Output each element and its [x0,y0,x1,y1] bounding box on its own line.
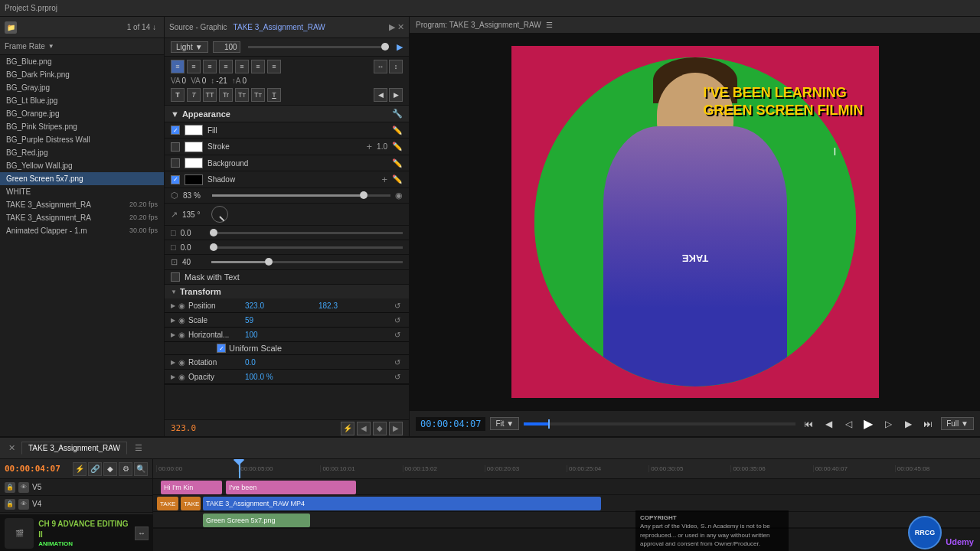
list-item[interactable]: BG_Pink Stripes.png [0,120,164,133]
add-keyframe-btn[interactable]: ◆ [373,422,387,435]
opacity-transform-val[interactable]: 100.0 % [245,373,389,381]
next-keyframe-btn[interactable]: ▶ [389,422,403,435]
horizontal-val[interactable]: 100 [245,331,389,339]
timeline-timecode-left[interactable]: 00:00:04:07 [5,464,60,474]
fill-color-swatch[interactable] [185,125,203,135]
list-item[interactable]: TAKE 3_Assignment_RA20.20 fps [0,198,164,211]
rotation-reset-btn[interactable]: ↺ [392,357,403,367]
list-item[interactable]: BG_Dark Pink.png [0,68,164,81]
eye-icon-v5[interactable]: 👁 [18,482,29,493]
align-last2-btn[interactable]: ≡ [267,60,281,73]
smallcaps-btn[interactable]: Tr [219,88,233,102]
shadow-pencil-icon[interactable]: ✏️ [392,174,403,184]
lock-icon-v4[interactable]: 🔒 [5,499,15,510]
position-keyframe-icon[interactable]: ◉ [178,302,185,310]
play-btn[interactable]: ▶ [860,416,877,432]
add-marker-btn[interactable]: ◆ [103,462,117,476]
list-item-selected[interactable]: Green Screen 5x7.png [0,172,164,185]
stroke-pencil-icon[interactable]: ✏️ [392,142,403,152]
opacity-input[interactable] [213,41,240,53]
fill-pencil-icon[interactable]: ✏️ [392,126,403,135]
mask-checkbox[interactable] [171,272,180,282]
list-item[interactable]: BG_Blue.png [0,55,164,68]
clip-take-short[interactable]: TAKE [157,497,178,510]
timeline-playhead[interactable] [239,459,240,478]
subscript-btn[interactable]: TT [251,88,265,102]
program-menu-icon[interactable]: ☰ [546,21,553,29]
size-value[interactable]: 40 [182,258,207,266]
angle-value[interactable]: 135 ° [182,210,207,219]
blur-slider[interactable] [212,194,390,197]
position-y-val[interactable]: 182.3 [318,302,389,310]
uniform-scale-checkbox[interactable] [217,344,226,353]
underline-btn[interactable]: T [267,88,281,102]
appearance-header[interactable]: ▼ Appearance 🔧 [165,106,409,122]
opacity-keyframe-icon[interactable]: ◉ [178,373,185,381]
italic-btn[interactable]: T [187,88,201,102]
stroke-plus-icon[interactable]: + [367,141,373,152]
lock-icon-v5[interactable]: 🔒 [5,482,15,493]
scale-keyframe-icon[interactable]: ◉ [178,316,185,324]
blur-value[interactable]: 83 % [183,191,207,200]
prev-frame-btn[interactable]: ◁ [840,416,857,432]
scale-reset-btn[interactable]: ↺ [392,315,403,325]
bold-btn[interactable]: T [171,88,185,102]
next-frame-btn[interactable]: ▷ [880,416,897,432]
text-dir2-btn[interactable]: ↕ [389,60,403,73]
align-justify2-btn[interactable]: ≡ [235,60,249,73]
wrench-icon[interactable]: 🔧 [392,109,403,119]
rotation-val[interactable]: 0.0 [245,358,389,367]
resize-handle[interactable]: ↔ [135,527,149,540]
filter-icon[interactable]: ⚡ [341,422,354,435]
position-reset-btn[interactable]: ↺ [392,300,403,311]
align-center-btn[interactable]: ≡ [187,60,201,73]
list-item[interactable]: TAKE 3_Assignment_RA20.20 fps [0,211,164,224]
list-item[interactable]: BG_Orange.jpg [0,107,164,120]
go-to-out-btn[interactable]: ⏭ [920,416,936,432]
opacity-slider[interactable] [248,46,389,48]
background-checkbox[interactable] [171,158,180,168]
frame-rate-bar[interactable]: Frame Rate ▼ [0,38,164,55]
list-item[interactable]: BG_Red.jpg [0,146,164,159]
snap-btn[interactable]: ⚡ [73,462,87,476]
step-back-btn[interactable]: ◀ [820,416,837,432]
align-justify-btn[interactable]: ≡ [219,60,233,73]
clip-green-screen[interactable]: Green Screen 5x7.png [203,514,310,527]
dist1-value[interactable]: 0.0 [181,229,205,237]
expand-icon[interactable]: ▶ [397,42,403,52]
full-dropdown[interactable]: Full ▼ [941,417,974,430]
baseline-val[interactable]: 0 [242,77,247,85]
stroke-color-swatch[interactable] [185,142,203,152]
eye-icon-v4[interactable]: 👁 [18,499,29,510]
link-btn[interactable]: 🔗 [88,462,102,476]
timeline-tab[interactable]: TAKE 3_Assignment_RAW [21,442,127,455]
timeline-menu-icon[interactable]: ☰ [135,443,142,453]
clip-take3-raw-mp4[interactable]: TAKE 3_Assignment_RAW MP4 [203,497,601,510]
transform-header[interactable]: ▼ Transform [165,285,409,298]
size-slider[interactable] [211,261,403,263]
angle-wheel[interactable] [211,206,228,223]
list-item[interactable]: BG_Yellow Wall.jpg [0,159,164,172]
light-dropdown-btn[interactable]: Light ▼ [171,41,208,53]
shadow-checkbox[interactable] [171,175,180,184]
rotation-keyframe-icon[interactable]: ◉ [178,358,185,367]
kern-val[interactable]: 0 [182,77,187,85]
list-item[interactable]: BG_Purple Distress Wall [0,133,164,146]
monitor-progress-bar[interactable] [524,422,795,425]
horizontal-reset-btn[interactable]: ↺ [392,329,403,340]
monitor-timecode[interactable]: 00:00:04:07 [416,417,485,431]
align-right-btn[interactable]: ≡ [203,60,217,73]
track-val[interactable]: 0 [202,77,207,85]
superscript-btn[interactable]: TT [235,88,249,102]
align-left-btn[interactable]: ≡ [171,60,185,73]
opacity-reset-btn[interactable]: ↺ [392,371,403,382]
text-dir-btn[interactable]: ↔ [374,60,387,73]
allcaps-btn[interactable]: TT [203,88,217,102]
list-item[interactable]: Animated Clapper - 1.m30.00 fps [0,224,164,237]
timeline-close-btn[interactable]: ✕ [6,443,17,454]
position-x-val[interactable]: 323.0 [245,302,315,310]
list-item[interactable]: BG_Lt Blue.jpg [0,94,164,107]
text-style-btn[interactable]: ◀ [374,88,387,102]
scale-val[interactable]: 59 [245,316,389,324]
prev-keyframe-btn[interactable]: ◀ [357,422,371,435]
